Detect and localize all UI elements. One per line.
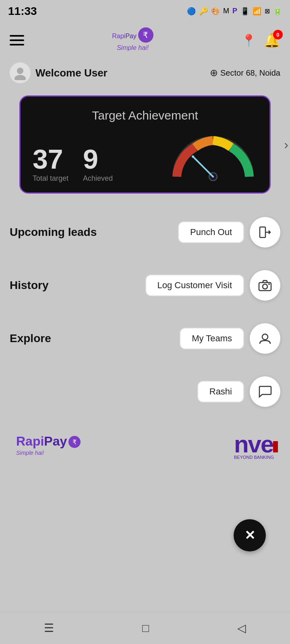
rashi-row: Rashi: [10, 365, 280, 418]
upcoming-leads-row: Upcoming leads Punch Out: [10, 206, 280, 259]
camera-circle-button[interactable]: [250, 270, 280, 301]
battery-icon: 🔋: [273, 7, 282, 16]
signal-icon: ⊠: [265, 7, 270, 15]
menu-section: Upcoming leads Punch Out History Log Cus…: [0, 206, 290, 418]
svg-point-4: [192, 155, 194, 158]
key-icon: 🔑: [199, 7, 208, 16]
target-achievement-card: Target Achievement 37 Total target 9 Ach…: [19, 95, 271, 194]
nav-menu-icon[interactable]: ☰: [44, 621, 54, 635]
rashi-actions: Rashi: [197, 376, 280, 407]
my-teams-button[interactable]: My Teams: [180, 328, 244, 349]
upcoming-leads-actions: Punch Out: [178, 217, 280, 248]
location-text: Sector 68, Noida: [220, 68, 280, 78]
avatar: [10, 62, 31, 83]
explore-label: Explore: [10, 332, 51, 345]
header-right: 📍 🔔 0: [241, 32, 280, 48]
target-card-content: 37 Total target 9 Achieved: [33, 130, 257, 183]
close-x-icon: ✕: [244, 528, 255, 543]
total-target-label: Total target: [33, 174, 68, 183]
rashi-button[interactable]: Rashi: [197, 381, 244, 402]
history-actions: Log Customer Visit: [145, 270, 280, 301]
svg-point-10: [262, 334, 268, 340]
user-location: ⊕ Sector 68, Noida: [210, 67, 280, 78]
chat-icon: [258, 385, 272, 398]
achieved-value: 9: [83, 145, 98, 173]
bottom-nav-bar: ☰ □ ◁: [0, 612, 290, 644]
logo-rapi: Rapi: [112, 33, 125, 39]
logo-pay: Pay: [125, 33, 137, 39]
svg-point-9: [268, 283, 270, 285]
camera-icon: [258, 279, 272, 291]
user-name: Welcome User: [35, 67, 108, 79]
logout-circle-button[interactable]: [250, 217, 280, 248]
bottom-logo-tagline: Simple hai!: [16, 450, 44, 456]
gmail-icon: M: [223, 7, 229, 15]
total-target-item: 37 Total target: [33, 145, 68, 183]
location-pin-icon[interactable]: 📍: [241, 33, 256, 47]
app-icon-2: P: [232, 7, 237, 15]
logo-symbol: ₹: [138, 27, 153, 43]
bluetooth-icon: 🔵: [187, 7, 196, 16]
chat-circle-button[interactable]: [250, 376, 280, 407]
target-card-title: Target Achievement: [33, 109, 257, 122]
bottom-logo-rapi: Rapi: [16, 434, 44, 448]
nav-back-icon[interactable]: ◁: [237, 621, 246, 635]
nve-beyond-text: BEYOND BANKING: [234, 455, 274, 460]
logout-icon: [259, 226, 271, 239]
wifi-icon: 📶: [253, 7, 261, 16]
svg-point-0: [17, 68, 23, 74]
svg-line-3: [193, 157, 213, 177]
bottom-logo-pay: Pay: [44, 434, 67, 448]
bottom-logo-symbol: ₹: [68, 436, 81, 448]
close-fab-button[interactable]: ✕: [234, 519, 266, 551]
punch-out-button[interactable]: Punch Out: [178, 221, 244, 243]
svg-rect-5: [260, 227, 265, 237]
bottom-logos-section: RapiPay₹ Simple hai! nve BEYOND BANKING: [0, 422, 290, 460]
svg-point-8: [263, 284, 267, 289]
vibrate-icon: 📳: [240, 7, 249, 16]
notification-badge: 0: [273, 30, 283, 39]
hamburger-menu[interactable]: [10, 35, 24, 45]
next-arrow-button[interactable]: ›: [284, 137, 288, 152]
status-icons: 🔵 🔑 🎨 M P 📳 📶 ⊠ 🔋: [187, 7, 282, 16]
history-label: History: [10, 279, 48, 292]
header: RapiPay₹ Simple hai! 📍 🔔 0: [0, 22, 290, 58]
app-icon-1: 🎨: [211, 7, 220, 16]
svg-point-1: [14, 75, 26, 80]
nve-logo: nve BEYOND BANKING: [234, 430, 274, 460]
user-greeting-bar: Welcome User ⊕ Sector 68, Noida: [0, 58, 290, 91]
person-circle-button[interactable]: [250, 323, 280, 354]
nav-home-icon[interactable]: □: [142, 622, 149, 635]
total-target-value: 37: [33, 145, 63, 173]
person-icon: [258, 332, 272, 345]
achieved-item: 9 Achieved: [83, 145, 113, 183]
logo: RapiPay₹ Simple hai!: [112, 29, 153, 52]
gps-target-icon: ⊕: [210, 67, 218, 78]
gauge-chart: [169, 130, 257, 183]
nve-red-bar: [273, 441, 278, 452]
target-numbers: 37 Total target 9 Achieved: [33, 145, 113, 183]
user-info: Welcome User: [10, 62, 108, 83]
logo-tagline: Simple hai!: [117, 44, 149, 52]
log-customer-visit-button[interactable]: Log Customer Visit: [145, 275, 244, 296]
status-bar: 11:33 🔵 🔑 🎨 M P 📳 📶 ⊠ 🔋: [0, 0, 290, 22]
explore-row: Explore My Teams: [10, 312, 280, 365]
notification-button[interactable]: 🔔 0: [263, 32, 280, 48]
upcoming-leads-label: Upcoming leads: [10, 226, 97, 239]
explore-actions: My Teams: [180, 323, 280, 354]
status-time: 11:33: [8, 5, 37, 18]
history-row: History Log Customer Visit: [10, 259, 280, 312]
nve-text: nve: [234, 431, 273, 458]
bottom-rapipay-logo: RapiPay₹ Simple hai!: [16, 434, 81, 456]
achieved-label: Achieved: [83, 174, 113, 183]
